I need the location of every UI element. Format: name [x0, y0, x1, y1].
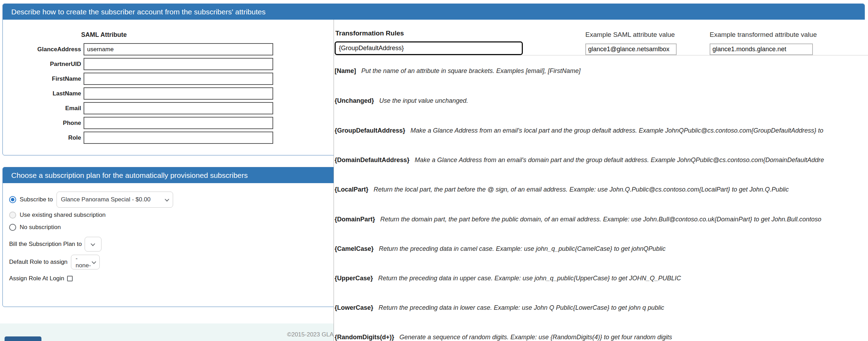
rule-keyword: {DomainDefaultAddress} [335, 156, 409, 163]
rule-description: Return the preceding data in upper case.… [378, 275, 681, 282]
plan-select-value: Glance Panorama Special - $0.00 [61, 196, 151, 203]
rule-row: {UpperCase}Return the preceding data in … [335, 275, 681, 282]
role-label: Role [3, 134, 81, 141]
rule-row: {LowerCase}Return the preceding data in … [335, 304, 664, 312]
rule-row: {Unchanged}Use the input value unchanged… [335, 97, 468, 105]
rule-description: Return the domain part, the part before … [380, 216, 821, 223]
phone-input[interactable] [84, 117, 273, 129]
rule-description: Make a Glance Address from an email's lo… [410, 127, 823, 134]
rule-row: {RandomDigits(d+)}Generate a sequence of… [335, 334, 672, 341]
rule-description: Use the input value unchanged. [379, 97, 468, 104]
rule-description: Return the preceding data in camel case.… [379, 245, 666, 252]
transformation-rule-input[interactable] [335, 41, 523, 55]
rule-keyword: {LowerCase} [335, 304, 373, 311]
subscribe-to-radio[interactable] [9, 196, 16, 203]
rule-description: Return the local part, the part before t… [374, 186, 789, 193]
lastname-input[interactable] [84, 87, 273, 100]
rule-description: Make a Glance Address from an email's do… [415, 156, 824, 163]
rule-keyword: [Name] [335, 67, 356, 74]
shared-subscription-label: Use existing shared subscription [20, 212, 106, 219]
rule-row: {DomainPart}Return the domain part, the … [335, 216, 821, 223]
example-transformed-attribute-input[interactable] [710, 44, 813, 55]
chevron-down-icon [91, 241, 96, 246]
example-saml-attribute-input[interactable] [585, 44, 677, 55]
chevron-down-icon [165, 197, 169, 201]
rule-row: {CamelCase}Return the preceding data in … [335, 245, 666, 253]
default-role-label: Default Role to assign [9, 259, 67, 266]
default-role-select-value: -none- [75, 255, 92, 269]
firstname-input[interactable] [84, 73, 273, 85]
rule-keyword: {RandomDigits(d+)} [335, 334, 394, 341]
phone-label: Phone [3, 120, 81, 127]
rule-keyword: {UpperCase} [335, 275, 373, 282]
rule-keyword: {Unchanged} [335, 97, 374, 104]
rule-keyword: {LocalPart} [335, 186, 368, 193]
saml-attributes-panel-header: Describe how to create the subscriber ac… [3, 4, 864, 20]
rule-row: {GroupDefaultAddress}Make a Glance Addre… [335, 127, 823, 134]
transformation-rules-panel: Transformation Rules Example SAML attrib… [334, 20, 868, 341]
rule-description: Generate a sequence of random digits. Ex… [400, 334, 672, 341]
assign-role-checkbox[interactable] [67, 276, 73, 281]
email-input[interactable] [84, 102, 273, 114]
rule-row: [Name]Put the name of an attribute in sq… [335, 67, 580, 75]
saml-attributes-panel-title: Describe how to create the subscriber ac… [11, 8, 265, 16]
email-label: Email [3, 105, 81, 112]
rule-description: Return the preceding data in lower case.… [379, 304, 664, 311]
rule-row: {DomainDefaultAddress}Make a Glance Addr… [335, 156, 824, 164]
firstname-label: FirstName [3, 75, 81, 82]
shared-subscription-radio[interactable] [9, 212, 16, 219]
rule-keyword: {DomainPart} [335, 216, 375, 223]
role-input[interactable] [84, 132, 273, 144]
rule-description: Put the name of an attribute in square b… [361, 67, 580, 74]
bill-plan-select[interactable] [85, 237, 101, 252]
rules-divider [334, 55, 868, 55]
glanceaddress-label: GlanceAddress [3, 46, 81, 53]
copyright-text: ©2015-2023 GLA [0, 323, 334, 338]
subscription-plan-panel-title: Choose a subscription plan for the autom… [11, 171, 248, 180]
partneruid-input[interactable] [84, 58, 273, 70]
example-transformed-attribute-label: Example transformed attribute value [710, 31, 817, 39]
transformation-rules-title: Transformation Rules [335, 29, 404, 37]
plan-select[interactable]: Glance Panorama Special - $0.00 [57, 192, 173, 208]
example-saml-attribute-label: Example SAML attribute value [585, 31, 675, 39]
bottom-edge-button[interactable] [5, 336, 41, 341]
assign-role-label: Assign Role At Login [9, 275, 64, 282]
bill-plan-label: Bill the Subscription Plan to [9, 241, 82, 248]
subscribe-to-label: Subscribe to [20, 196, 53, 203]
rule-keyword: {CamelCase} [335, 245, 374, 252]
glanceaddress-input[interactable] [84, 43, 273, 55]
no-subscription-label: No subscription [20, 224, 61, 231]
lastname-label: LastName [3, 90, 81, 97]
no-subscription-radio[interactable] [9, 224, 16, 231]
rule-keyword: {GroupDefaultAddress} [335, 127, 405, 134]
rule-row: {LocalPart}Return the local part, the pa… [335, 186, 789, 193]
default-role-select[interactable]: -none- [71, 255, 100, 269]
partneruid-label: PartnerUID [3, 61, 81, 68]
